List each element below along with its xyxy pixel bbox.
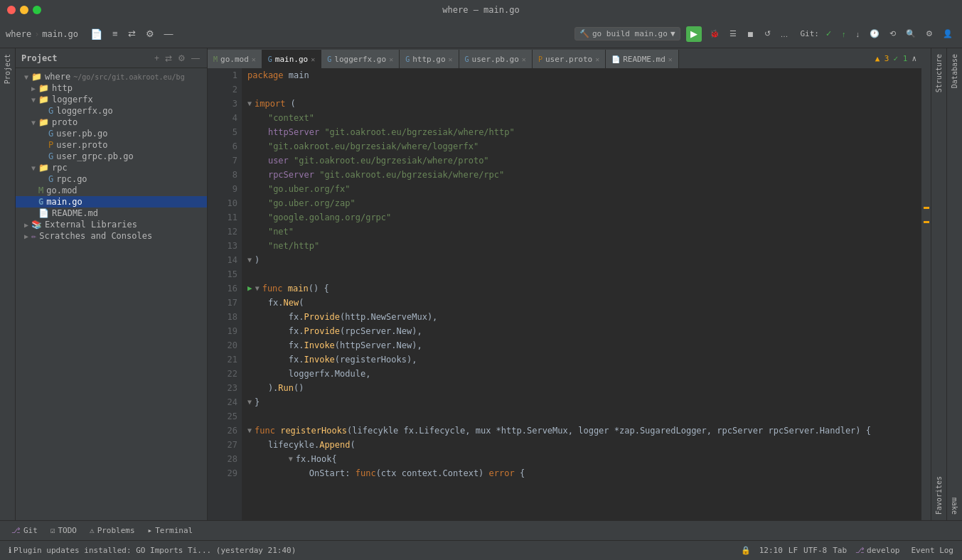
todo-tab-label: TODO bbox=[58, 526, 78, 535]
bottom-tab-todo[interactable]: ☑ TODO bbox=[45, 523, 82, 538]
bottom-tab-problems[interactable]: ⚠ Problems bbox=[84, 523, 141, 538]
database-side-panel: Database make bbox=[946, 48, 962, 520]
vcs-button[interactable]: ⎇ develop bbox=[853, 544, 902, 556]
tree-item-rpc-go[interactable]: G rpc.go bbox=[16, 173, 207, 185]
debug-button[interactable]: 🐞 bbox=[706, 27, 723, 41]
more-button[interactable]: … bbox=[777, 28, 792, 41]
indent-btn[interactable]: Tab bbox=[833, 546, 847, 555]
tree-item-http[interactable]: ▶ 📁 http bbox=[16, 82, 207, 94]
tab-close-icon[interactable]: ✕ bbox=[252, 55, 256, 63]
tree-item-user-pb-go[interactable]: G user.pb.go bbox=[16, 128, 207, 139]
expand-badge[interactable]: ∧ bbox=[912, 54, 916, 63]
collapse-tree-button[interactable]: — bbox=[190, 52, 201, 65]
terminal-tab-label: Terminal bbox=[155, 526, 193, 535]
md-file-icon: 📄 bbox=[38, 208, 49, 218]
tab-user-pb-go[interactable]: G user.pb.go ✕ bbox=[459, 50, 533, 68]
settings-button[interactable]: ⚙ bbox=[142, 26, 158, 41]
run-gutter-icon[interactable]: ▶ bbox=[247, 281, 252, 296]
revert-button[interactable]: ⟲ bbox=[886, 27, 899, 41]
event-log-button[interactable]: ℹ Plugin updates installed: GO Imports T… bbox=[6, 544, 299, 556]
stop-button[interactable]: ⏹ bbox=[743, 28, 758, 41]
make-side-tab[interactable]: make bbox=[948, 492, 961, 520]
rerun-button[interactable]: ↺ bbox=[761, 27, 774, 41]
git-push-button[interactable]: ↑ bbox=[838, 28, 850, 41]
search-button[interactable]: 🔍 bbox=[902, 27, 919, 41]
coverage-button[interactable]: ☰ bbox=[726, 27, 740, 41]
tab-close-icon[interactable]: ✕ bbox=[595, 55, 599, 63]
project-panel-header: Project + ⇄ ⚙ — bbox=[16, 48, 207, 68]
toolbar-icon-btn-2[interactable]: ⇄ bbox=[124, 26, 139, 41]
project-side-tab[interactable]: Project bbox=[1, 48, 14, 90]
ok-badge: ✓ 1 bbox=[894, 54, 908, 63]
tab-close-icon[interactable]: ✕ bbox=[311, 55, 315, 63]
tree-item-where-root[interactable]: ▼ 📁 where ~/go/src/git.oakroot.eu/bg bbox=[16, 71, 207, 82]
breadcrumb-file[interactable]: main.go bbox=[42, 29, 78, 39]
git-check-button[interactable]: ✓ bbox=[822, 27, 835, 41]
fold-close-icon[interactable]: ▼ bbox=[247, 253, 252, 267]
line-num-27: 27 bbox=[208, 438, 237, 452]
tree-item-user-grpc-pb-go[interactable]: G user_grpc.pb.go bbox=[16, 151, 207, 162]
maximize-button[interactable] bbox=[33, 6, 41, 14]
favorites-side-tab[interactable]: Favorites bbox=[932, 470, 946, 520]
tab-close-icon[interactable]: ✕ bbox=[668, 55, 673, 63]
close-button[interactable] bbox=[7, 6, 16, 14]
history-button[interactable]: 🕐 bbox=[866, 27, 883, 41]
tab-close-icon[interactable]: ✕ bbox=[449, 55, 453, 63]
lock-icon-btn[interactable]: 🔒 bbox=[738, 544, 754, 556]
tree-item-readme-md[interactable]: 📄 README.md bbox=[16, 208, 207, 219]
fold-icon-16[interactable]: ▼ bbox=[255, 281, 260, 296]
fold-icon[interactable]: ▼ bbox=[247, 97, 252, 111]
code-line-29: OnStart: func(ctx context.Context) error… bbox=[242, 466, 921, 480]
window-controls[interactable] bbox=[7, 6, 41, 14]
line-numbers: 1 2 3 4 5 6 7 8 9 10 11 12 13 14 15 16 1… bbox=[208, 68, 242, 520]
git-tab-label: Git bbox=[23, 526, 38, 535]
tab-close-icon[interactable]: ✕ bbox=[522, 55, 526, 63]
tree-item-proto[interactable]: ▼ 📁 proto bbox=[16, 117, 207, 128]
add-file-button[interactable]: + bbox=[153, 52, 161, 65]
minimize-button[interactable] bbox=[20, 6, 28, 14]
encoding-btn[interactable]: UTF-8 bbox=[803, 546, 827, 555]
sync-tree-button[interactable]: ⇄ bbox=[164, 52, 173, 65]
line-ending-btn[interactable]: LF bbox=[789, 546, 798, 555]
tree-settings-button[interactable]: ⚙ bbox=[176, 52, 187, 65]
tree-item-loggerfx-go[interactable]: G loggerfx.go bbox=[16, 105, 207, 117]
profile-button[interactable]: 👤 bbox=[939, 27, 956, 41]
build-dropdown[interactable]: 🔨 go build main.go ▼ bbox=[574, 27, 680, 41]
main-layout: Project Project + ⇄ ⚙ — ▼ 📁 where ~/go/s… bbox=[0, 48, 962, 520]
tree-item-user-proto[interactable]: P user.proto bbox=[16, 139, 207, 151]
tab-loggerfx-go[interactable]: G loggerfx.go ✕ bbox=[321, 50, 400, 68]
toolbar-icon-btn-1[interactable]: ≡ bbox=[109, 26, 122, 41]
event-log-button-right[interactable]: Event Log bbox=[908, 544, 956, 556]
tree-item-go-mod[interactable]: M go.mod bbox=[16, 185, 207, 196]
fold-icon-24[interactable]: ▼ bbox=[247, 395, 252, 409]
tree-item-scratches[interactable]: ▶ ✏ Database Scratches and Consoles bbox=[16, 230, 207, 242]
fold-icon-28[interactable]: ▼ bbox=[289, 452, 293, 466]
structure-side-tab[interactable]: Structure bbox=[932, 48, 946, 98]
code-editor[interactable]: package main ▼ import ( "context" httpSe… bbox=[242, 68, 921, 520]
collapse-icon: — bbox=[164, 28, 173, 39]
tab-readme-md[interactable]: 📄 README.md ✕ bbox=[606, 50, 679, 68]
line-num-12: 12 bbox=[208, 225, 237, 239]
new-file-button[interactable]: 📄 bbox=[87, 26, 106, 42]
tree-item-main-go[interactable]: G main.go bbox=[16, 196, 207, 208]
bottom-tab-terminal[interactable]: ▸ Terminal bbox=[142, 523, 199, 538]
database-side-tab[interactable]: Database bbox=[948, 48, 961, 94]
tree-item-external-libs[interactable]: ▶ 📚 External Libraries bbox=[16, 219, 207, 230]
tab-http-go[interactable]: G http.go ✕ bbox=[400, 50, 459, 68]
code-line-20: fx.Invoke(httpServer.New), bbox=[242, 338, 921, 352]
tree-item-rpc[interactable]: ▼ 📁 rpc bbox=[16, 162, 207, 173]
line-num-3: 3 bbox=[208, 97, 237, 111]
settings2-button[interactable]: ⚙ bbox=[922, 27, 936, 41]
tab-go-mod[interactable]: M go.mod ✕ bbox=[208, 50, 262, 68]
tab-user-proto[interactable]: P user.proto ✕ bbox=[533, 50, 606, 68]
tree-item-loggerfx[interactable]: ▼ 📁 loggerfx bbox=[16, 94, 207, 105]
breadcrumb-project[interactable]: where bbox=[6, 29, 31, 39]
collapse-button[interactable]: — bbox=[161, 26, 177, 41]
tab-main-go[interactable]: G main.go ✕ bbox=[262, 50, 321, 68]
run-button[interactable]: ▶ bbox=[686, 26, 702, 42]
git-fetch-button[interactable]: ↓ bbox=[853, 28, 864, 41]
bottom-tab-git[interactable]: ⎇ Git bbox=[6, 523, 43, 538]
tab-label: loggerfx.go bbox=[334, 55, 386, 64]
fold-icon-26[interactable]: ▼ bbox=[247, 424, 252, 438]
tab-close-icon[interactable]: ✕ bbox=[389, 55, 393, 63]
